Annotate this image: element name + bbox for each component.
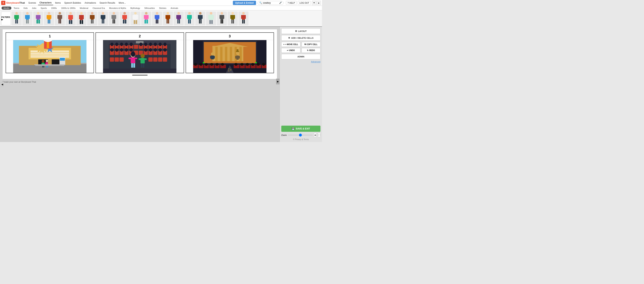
zoom-fullscreen-button[interactable]: ⛶ [318,133,320,137]
cat-sports[interactable]: Sports [39,6,49,10]
cat-animals[interactable]: Animals [168,6,180,10]
cat-medieval[interactable]: Medieval [78,6,90,10]
svg-point-210 [125,48,128,52]
char-thumb-14[interactable] [152,11,162,25]
char-thumb-4[interactable] [44,11,54,25]
svg-point-48 [102,12,104,14]
upload-embed-button[interactable]: Upload & Embed [233,1,256,5]
nav-speech-bubbles[interactable]: Speech Bubbles [63,1,82,5]
char-thumb-10[interactable] [109,11,119,25]
svg-rect-262 [203,62,204,63]
move-cell-button[interactable]: + + MOVE CELL [281,42,300,47]
cat-adults[interactable]: Adults [2,6,12,10]
layout-icon: ⊞ [295,30,297,32]
admin-label: ADMIN [297,55,304,58]
logo-text: StoryboardThat [6,1,25,4]
cat-teens[interactable]: Teens [12,6,21,10]
char-thumb-6[interactable] [66,11,76,25]
cell-2-image[interactable] [96,40,184,73]
svg-rect-88 [166,20,168,23]
cat-jobs[interactable]: Jobs [30,6,38,10]
mic-icon[interactable]: 🎤 [279,1,282,4]
nav-more[interactable]: More... [117,1,127,5]
cat-monsters[interactable]: Monsters & Myths [107,6,128,10]
char-thumb-16[interactable] [174,11,184,25]
down-arrow-button[interactable]: ▼ [312,1,316,5]
svg-rect-23 [49,20,50,23]
char-thumb-19[interactable] [206,11,216,25]
storyboard-cell-1[interactable]: 1 [6,32,94,73]
save-exit-button[interactable]: 💾 SAVE & EXIT [281,126,320,132]
cat-1900s[interactable]: 1900s [49,6,59,10]
svg-rect-220 [148,57,152,62]
nav-scenes[interactable]: Scenes [27,1,38,5]
char-thumb-1[interactable] [12,11,22,25]
svg-rect-99 [190,15,192,19]
svg-rect-97 [188,15,191,19]
svg-point-126 [242,12,245,14]
undo-button[interactable]: ↩ UNDO [281,48,300,53]
cell-3-image[interactable] [186,40,274,73]
logo-icon: S [1,1,6,5]
filters-button[interactable]: FILTERS ▶ [1,11,11,25]
cat-kids[interactable]: Kids [22,6,30,10]
nav-search-results[interactable]: Search Results [98,1,117,5]
svg-rect-64 [123,20,124,23]
svg-point-208 [115,48,118,52]
redo-button[interactable]: ↻ REDO [302,48,321,53]
char-thumb-8[interactable] [87,11,97,25]
char-thumb-22[interactable] [238,11,248,25]
svg-rect-80 [155,15,156,19]
svg-rect-218 [114,57,119,62]
cat-1600s[interactable]: 1600s to 1800s [59,6,77,10]
svg-point-54 [112,12,115,14]
storyboard-cell-2[interactable]: 2 [96,32,184,73]
svg-rect-139 [30,54,69,55]
zoom-fit-button[interactable]: ⊞ [314,133,316,137]
help-button[interactable]: ? HELP [286,1,297,5]
char-thumb-17[interactable] [184,11,194,25]
svg-rect-92 [176,15,178,19]
zoom-slider[interactable] [288,135,313,136]
char-thumb-12[interactable] [130,11,140,25]
left-scroll-arrow[interactable]: ◀ [0,82,4,87]
cat-classical[interactable]: Classical Era [91,6,107,10]
svg-rect-260 [235,56,237,59]
search-input[interactable] [263,1,278,4]
add-delete-cells-button[interactable]: ⊕ ADD / DELETE CELLS [281,35,320,41]
cell-1-image[interactable] [6,40,94,73]
svg-rect-17 [38,20,40,23]
char-thumb-15[interactable] [163,11,173,25]
admin-button[interactable]: ADMIN [281,54,320,59]
char-thumb-18[interactable] [195,11,205,25]
storyboard-cell-3[interactable]: 3 [186,32,274,73]
cat-silhouettes[interactable]: Silhouettes [142,6,157,10]
svg-point-232 [140,54,145,58]
nav-animations[interactable]: Animations [83,1,98,5]
char-thumb-9[interactable] [98,11,108,25]
svg-point-284 [240,63,244,66]
up-arrow-button[interactable]: ▲ [316,1,321,5]
char-thumb-13[interactable] [141,11,151,25]
cat-mythology[interactable]: Mythology [128,6,142,10]
char-thumb-2[interactable] [22,11,32,25]
nav-items[interactable]: Items [54,1,62,5]
svg-rect-15 [39,15,41,19]
char-thumb-5[interactable] [55,11,65,25]
svg-rect-13 [37,15,40,19]
char-thumb-3[interactable] [33,11,43,25]
char-thumb-21[interactable] [228,11,238,25]
svg-rect-51 [104,15,106,19]
char-thumb-11[interactable] [120,11,130,25]
svg-point-252 [211,52,214,55]
svg-rect-57 [115,15,116,19]
cat-stickies[interactable]: Stickies [157,6,168,10]
right-panel-toggle[interactable]: ▶ [276,79,280,84]
advanced-link[interactable]: Advanced [281,60,320,63]
layout-button[interactable]: ⊞ LAYOUT [281,28,320,34]
char-thumb-7[interactable] [76,11,86,25]
copy-cell-button[interactable]: ⧉ COPY CELL [302,42,321,47]
nav-characters[interactable]: Characters [38,0,53,5]
char-thumb-20[interactable] [217,11,227,25]
logout-button[interactable]: LOG OUT [298,1,311,5]
